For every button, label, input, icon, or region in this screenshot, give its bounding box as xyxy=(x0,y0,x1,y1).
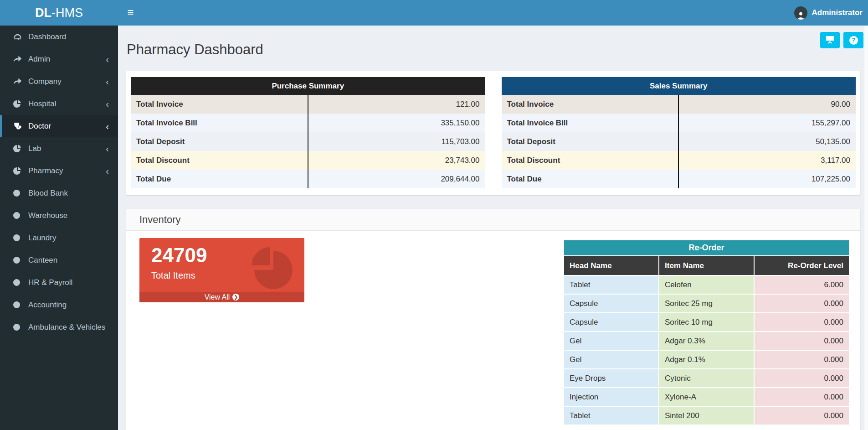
pie-chart-watermark-icon xyxy=(249,245,294,293)
sidebar-item-hospital[interactable]: Hospital ‹ xyxy=(0,93,118,115)
item-name-cell: Xylone-A xyxy=(659,388,754,406)
circle-icon xyxy=(13,190,28,197)
sidebar-item-label: Hospital xyxy=(28,99,56,109)
row-value: 155,297.00 xyxy=(678,114,856,132)
sidebar-item-ambulance-vehicles[interactable]: Ambulance & Vehicles xyxy=(0,316,118,338)
row-label: Total Discount xyxy=(131,151,308,170)
row-value: 121.00 xyxy=(308,95,485,114)
monitor-icon xyxy=(825,35,835,45)
sidebar-item-pharmacy[interactable]: Pharmacy ‹ xyxy=(0,160,118,182)
head-name-cell: Tablet xyxy=(564,275,659,294)
page-scrollbar[interactable] xyxy=(864,26,868,430)
dashboard-icon xyxy=(13,33,28,41)
row-label: Total Invoice xyxy=(131,95,308,114)
row-value: 115,703.00 xyxy=(308,132,485,151)
reorder-table: Re-Order Head Name Item Name Re-Order Le… xyxy=(563,239,850,425)
row-label: Total Deposit xyxy=(131,132,308,151)
monitor-button[interactable] xyxy=(820,32,840,48)
stethoscope-icon xyxy=(13,122,28,130)
sidebar-item-lab[interactable]: Lab ‹ xyxy=(0,137,118,160)
row-value: 209,644.00 xyxy=(308,170,485,188)
circle-icon xyxy=(13,234,28,241)
pie-chart-icon xyxy=(13,145,28,153)
sidebar-item-laundry[interactable]: Laundry xyxy=(0,227,118,249)
view-all-button[interactable]: View All ❯ xyxy=(139,292,304,302)
brand-bold: DL xyxy=(35,6,51,20)
head-name-cell: Tablet xyxy=(564,406,659,425)
user-name: Administrator xyxy=(812,8,863,17)
sidebar-item-label: Warehouse xyxy=(28,211,67,220)
sidebar-item-accounting[interactable]: Accounting xyxy=(0,294,118,316)
sidebar-item-label: Canteen xyxy=(28,256,57,265)
reorder-level-cell: 0.000 xyxy=(754,388,849,406)
view-all-label: View All xyxy=(205,292,230,302)
inventory-panel-title: Inventory xyxy=(126,209,860,231)
sidebar-item-dashboard[interactable]: Dashboard xyxy=(0,26,118,48)
chevron-left-icon: ‹ xyxy=(106,99,109,109)
circle-icon xyxy=(13,212,28,219)
main-content: Pharmacy Dashboard ? Purchase Summary To… xyxy=(118,26,868,430)
sales-summary-title: Sales Summary xyxy=(502,77,856,95)
user-menu[interactable]: Administrator xyxy=(794,0,863,26)
item-name-cell: Adgar 0.1% xyxy=(659,350,754,369)
table-row: Total Invoice Bill 335,150.00 xyxy=(131,114,485,132)
table-row: Total Discount 23,743.00 xyxy=(131,151,485,170)
row-value: 50,135.00 xyxy=(678,132,856,151)
table-row: Eye Drops Cytonic 0.000 xyxy=(564,369,849,388)
item-name-cell: Celofen xyxy=(659,275,754,294)
table-row: Total Invoice 121.00 xyxy=(131,95,485,114)
circle-icon xyxy=(13,279,28,286)
sidebar-item-canteen[interactable]: Canteen xyxy=(0,249,118,271)
sidebar-item-company[interactable]: Company ‹ xyxy=(0,70,118,93)
pie-chart-icon xyxy=(13,100,28,108)
sidebar-item-hr-payroll[interactable]: HR & Payroll xyxy=(0,271,118,294)
chevron-left-icon: ‹ xyxy=(106,122,109,131)
reorder-level-cell: 0.000 xyxy=(754,350,849,369)
item-name-cell: Soritec 10 mg xyxy=(659,313,754,332)
reorder-header-row: Head Name Item Name Re-Order Level xyxy=(564,256,849,275)
row-label: Total Invoice Bill xyxy=(502,114,679,132)
purchase-summary-title: Purchase Summary xyxy=(131,77,485,95)
help-icon: ? xyxy=(849,36,858,45)
reorder-level-cell: 0.000 xyxy=(754,406,849,425)
row-value: 90.00 xyxy=(678,95,856,114)
table-row: Total Due 209,644.00 xyxy=(131,170,485,188)
purchase-summary-table: Purchase Summary Total Invoice 121.00 To… xyxy=(131,77,485,188)
top-navbar: DL-HMS ≡ Administrator xyxy=(0,0,868,26)
reorder-level-cell: 0.000 xyxy=(754,369,849,388)
row-label: Total Invoice Bill xyxy=(131,114,308,132)
app-logo[interactable]: DL-HMS xyxy=(0,0,118,26)
item-name-cell: Sintel 200 xyxy=(659,406,754,425)
reorder-level-cell: 0.000 xyxy=(754,313,849,332)
sales-summary-table: Sales Summary Total Invoice 90.00 Total … xyxy=(502,77,856,188)
column-header: Re-Order Level xyxy=(754,256,849,275)
circle-icon xyxy=(13,324,28,331)
sidebar-item-label: Admin xyxy=(28,55,50,64)
circle-icon xyxy=(13,257,28,264)
sidebar-item-doctor[interactable]: Doctor ‹ xyxy=(0,115,118,137)
help-button[interactable]: ? xyxy=(843,32,863,48)
table-row: Total Invoice 90.00 xyxy=(502,95,856,114)
total-items-tile[interactable]: 24709 Total Items View All ❯ xyxy=(139,238,304,302)
sidebar-item-blood-bank[interactable]: Blood Bank xyxy=(0,182,118,204)
sidebar-item-label: Pharmacy xyxy=(28,166,63,176)
user-avatar-icon xyxy=(794,6,807,20)
sidebar-item-label: Blood Bank xyxy=(28,189,68,198)
head-name-cell: Gel xyxy=(564,332,659,350)
table-row: Total Deposit 50,135.00 xyxy=(502,132,856,151)
row-value: 23,743.00 xyxy=(308,151,485,170)
sidebar-item-label: Doctor xyxy=(28,122,51,131)
reorder-level-cell: 0.000 xyxy=(754,332,849,350)
arrow-circle-right-icon: ❯ xyxy=(232,294,239,300)
row-value: 107,225.00 xyxy=(678,170,856,188)
chevron-left-icon: ‹ xyxy=(106,77,109,86)
sidebar-item-admin[interactable]: Admin ‹ xyxy=(0,48,118,70)
chevron-left-icon: ‹ xyxy=(106,55,109,64)
sidebar-toggle-icon[interactable]: ≡ xyxy=(118,0,143,26)
sidebar-item-warehouse[interactable]: Warehouse xyxy=(0,204,118,227)
table-row: Total Deposit 115,703.00 xyxy=(131,132,485,151)
sidebar-item-label: HR & Payroll xyxy=(28,278,72,287)
item-name-cell: Soritec 25 mg xyxy=(659,294,754,313)
row-label: Total Due xyxy=(131,170,308,188)
reorder-level-cell: 6.000 xyxy=(754,275,849,294)
